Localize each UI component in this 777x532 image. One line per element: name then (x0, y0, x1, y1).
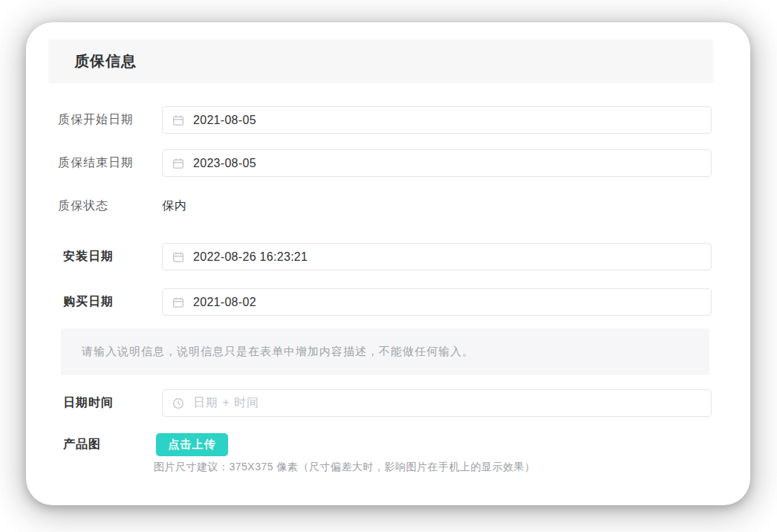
row-warranty-end: 质保结束日期 2023-08-05 (58, 149, 712, 177)
description-note-text: 请输入说明信息，说明信息只是在表单中增加内容描述，不能做任何输入。 (82, 345, 474, 359)
warranty-end-input[interactable]: 2023-08-05 (162, 149, 712, 177)
warranty-status-value: 保内 (162, 198, 187, 214)
upload-button[interactable]: 点击上传 (156, 433, 228, 456)
upload-hint-text: 图片尺寸建议：375X375 像素（尺寸偏差大时，影响图片在手机上的显示效果） (154, 461, 535, 474)
description-note-bar: 请输入说明信息，说明信息只是在表单中增加内容描述，不能做任何输入。 (61, 328, 709, 375)
purchase-date-value: 2021-08-02 (193, 296, 256, 309)
purchase-date-input[interactable]: 2021-08-02 (162, 288, 712, 316)
datetime-label: 日期时间 (63, 395, 162, 411)
warranty-start-input[interactable]: 2021-08-05 (162, 106, 712, 134)
calendar-icon (172, 158, 184, 169)
row-warranty-start: 质保开始日期 2021-08-05 (58, 106, 712, 134)
row-purchase-date: 购买日期 2021-08-02 (63, 288, 712, 316)
warranty-start-label: 质保开始日期 (58, 112, 162, 128)
datetime-placeholder: 日期 + 时间 (193, 395, 259, 411)
calendar-icon (172, 296, 184, 308)
install-date-input[interactable]: 2022-08-26 16:23:21 (162, 243, 712, 270)
calendar-icon (172, 114, 184, 126)
row-install-date: 安装日期 2022-08-26 16:23:21 (63, 243, 712, 270)
datetime-input[interactable]: 日期 + 时间 (162, 389, 712, 417)
install-date-value: 2022-08-26 16:23:21 (193, 250, 308, 264)
section-title: 质保信息 (74, 51, 137, 71)
row-datetime: 日期时间 日期 + 时间 (63, 389, 712, 417)
row-product-image: 产品图 点击上传 (63, 430, 228, 456)
warranty-status-label: 质保状态 (58, 198, 162, 214)
warranty-end-value: 2023-08-05 (193, 157, 256, 170)
product-image-label: 产品图 (63, 437, 156, 452)
purchase-date-label: 购买日期 (63, 294, 162, 310)
section-header: 质保信息 (48, 39, 713, 83)
calendar-icon (172, 251, 184, 263)
install-date-label: 安装日期 (63, 249, 162, 265)
warranty-start-value: 2021-08-05 (193, 114, 256, 127)
warranty-info-card: 质保信息 质保开始日期 2021-08-05 质保结束日期 (26, 22, 750, 505)
warranty-end-label: 质保结束日期 (58, 155, 162, 171)
clock-icon (172, 398, 184, 409)
row-warranty-status: 质保状态 保内 (58, 198, 187, 214)
